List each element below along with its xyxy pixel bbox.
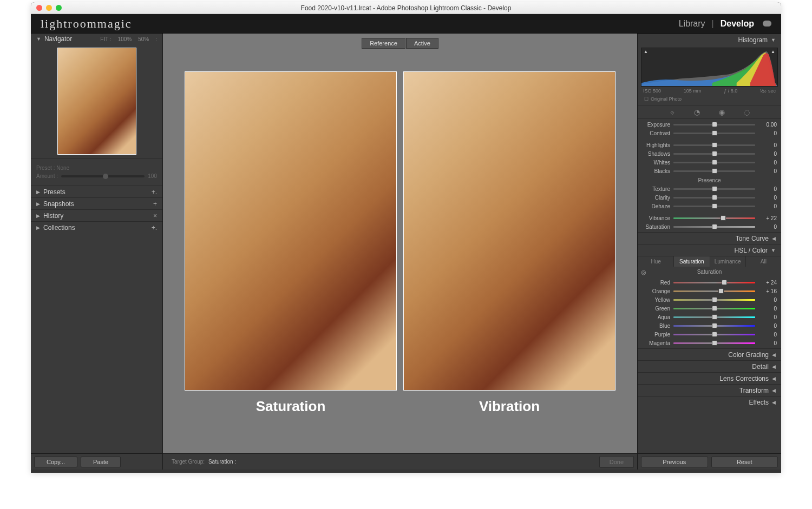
slider-value[interactable]: 0 (758, 151, 777, 157)
crop-icon[interactable]: ⟐ (668, 108, 677, 116)
targeted-adjustment-icon[interactable]: ◎ (641, 269, 646, 276)
slider-value[interactable]: 0 (758, 314, 777, 320)
slider-value[interactable]: 0 (758, 203, 777, 209)
slider-value[interactable]: 0 (758, 186, 777, 192)
disclosure-icon: ◀ (772, 352, 776, 358)
active-image[interactable] (403, 71, 615, 391)
active-tab[interactable]: Active (406, 38, 438, 49)
amount-slider[interactable] (61, 175, 145, 177)
slider-track[interactable] (673, 124, 755, 125)
zoom-100[interactable]: 100% (118, 36, 132, 42)
cloud-sync-icon[interactable] (763, 21, 771, 27)
original-photo-toggle[interactable]: ☐ Original Photo (641, 95, 778, 103)
panel-action-icon[interactable]: +. (152, 188, 157, 196)
panel-action-icon[interactable]: +. (152, 224, 157, 232)
reset-button[interactable]: Reset (711, 457, 778, 467)
clip-shadow-icon[interactable]: ▲ (644, 49, 648, 54)
slider-value[interactable]: 0.00 (758, 122, 777, 128)
navigator-thumbnail[interactable] (57, 48, 136, 155)
redeye-icon[interactable]: ◉ (718, 108, 726, 116)
slider-track[interactable] (673, 188, 755, 190)
panel-transform[interactable]: Transform ◀ (638, 384, 781, 396)
histogram-graph[interactable]: ▲ ▲ (641, 48, 778, 87)
slider-track[interactable] (673, 325, 755, 327)
module-bar: lightroommagic Library | Develop (31, 14, 781, 34)
slider-value[interactable]: 0 (758, 297, 777, 303)
slider-value[interactable]: 0 (758, 142, 777, 148)
slider-value[interactable]: + 22 (758, 215, 777, 221)
slider-track[interactable] (673, 226, 755, 228)
slider-value[interactable]: 0 (758, 306, 777, 312)
slider-value[interactable]: 0 (758, 340, 777, 346)
hsl-magenta: Magenta 0 (642, 339, 777, 347)
tab-saturation[interactable]: Saturation (673, 256, 709, 267)
slider-track[interactable] (673, 316, 755, 318)
panel-lens corrections[interactable]: Lens Corrections ◀ (638, 372, 781, 384)
slider-track[interactable] (673, 299, 755, 301)
slider-value[interactable]: 0 (758, 332, 777, 338)
hsl-orange: Orange + 16 (642, 287, 777, 295)
slider-track[interactable] (673, 197, 755, 199)
slider-track[interactable] (673, 334, 755, 335)
slider-value[interactable]: 0 (758, 323, 777, 329)
slider-track[interactable] (673, 170, 755, 172)
slider-track[interactable] (673, 290, 755, 292)
reference-tab[interactable]: Reference (362, 38, 405, 49)
panel-color grading[interactable]: Color Grading ◀ (638, 348, 781, 360)
slider-track[interactable] (673, 133, 755, 134)
heal-icon[interactable]: ◔ (693, 108, 702, 116)
module-library[interactable]: Library (679, 19, 705, 29)
copy-button[interactable]: Copy... (34, 457, 77, 467)
slider-label: Aqua (642, 314, 670, 320)
panel-action-icon[interactable]: × (153, 212, 157, 220)
slider-exposure: Exposure 0.00 (642, 120, 777, 129)
slider-track[interactable] (673, 308, 755, 309)
histogram-header[interactable]: Histogram ▼ (638, 34, 781, 45)
slider-value[interactable]: 0 (758, 168, 777, 174)
slider-label: Clarity (642, 195, 670, 201)
panel-history[interactable]: ▶History× (31, 209, 162, 221)
hsl-header[interactable]: HSL / Color▼ (638, 244, 781, 256)
navigator-header[interactable]: ▼ Navigator FIT : 100% 50% : (31, 34, 162, 44)
mask-icon[interactable]: ◌ (743, 108, 751, 116)
zoom-menu-icon[interactable]: : (155, 36, 157, 42)
panel-presets[interactable]: ▶Presets+. (31, 186, 162, 197)
tone-curve-header[interactable]: Tone Curve◀ (638, 232, 781, 244)
tab-luminance[interactable]: Luminance (710, 256, 745, 267)
slider-label: Purple (642, 332, 670, 338)
fit-label[interactable]: FIT : (100, 36, 111, 42)
slider-value[interactable]: 0 (758, 195, 777, 201)
slider-track[interactable] (673, 153, 755, 155)
slider-track[interactable] (673, 282, 755, 283)
module-develop[interactable]: Develop (721, 19, 754, 29)
panel-snapshots[interactable]: ▶Snapshots+ (31, 197, 162, 209)
slider-value[interactable]: 0 (758, 130, 777, 136)
done-button[interactable]: Done (599, 456, 634, 468)
slider-track[interactable] (673, 144, 755, 146)
tab-all[interactable]: All (745, 256, 781, 267)
slider-track[interactable] (673, 342, 755, 344)
panel-effects[interactable]: Effects ◀ (638, 396, 781, 408)
slider-track[interactable] (673, 206, 755, 207)
panel-action-icon[interactable]: + (153, 200, 157, 208)
slider-label: Vibrance (642, 215, 670, 221)
zoom-50[interactable]: 50% (138, 36, 149, 42)
panel-detail[interactable]: Detail ◀ (638, 360, 781, 372)
reference-image[interactable] (185, 71, 397, 391)
clip-highlight-icon[interactable]: ▲ (771, 49, 775, 54)
right-panel: Histogram ▼ ▲ ▲ ISO 500 (637, 34, 781, 470)
panel-title: Effects (749, 399, 769, 406)
target-group-value[interactable]: Saturation : (208, 459, 236, 465)
tab-hue[interactable]: Hue (638, 256, 673, 267)
slider-value[interactable]: + 24 (758, 280, 777, 286)
slider-track[interactable] (673, 162, 755, 163)
paste-button[interactable]: Paste (81, 457, 121, 467)
disclosure-icon: ◀ (772, 400, 776, 405)
slider-value[interactable]: 0 (758, 160, 777, 166)
slider-value[interactable]: + 16 (758, 288, 777, 294)
slider-track[interactable] (673, 217, 755, 219)
panel-title: Collections (43, 224, 75, 232)
previous-button[interactable]: Previous (641, 457, 708, 467)
slider-value[interactable]: 0 (758, 224, 777, 230)
panel-collections[interactable]: ▶Collections+. (31, 221, 162, 233)
